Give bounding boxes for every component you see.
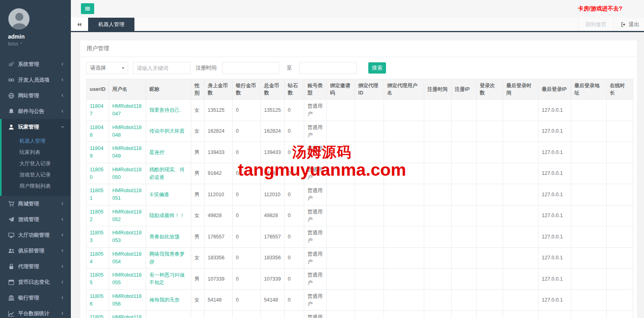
cell-agent-id [355,142,384,163]
sidebar-item-label: 平台数据统计 [18,310,50,317]
cell-register-time [424,100,452,121]
cell-carry-coins: 139433 [204,142,233,163]
sidebar-item-agent-management[interactable]: 代理管理 [2,259,71,274]
link-username[interactable]: HMRobot118047 [112,103,142,117]
link-username[interactable]: HMRobot118052 [112,209,142,222]
link-nickname[interactable]: 星座控 [149,150,165,155]
sidebar-section-system-management: 系统管理 [0,56,71,72]
chevron-left-icon [60,217,65,222]
cell-invite-code [327,289,355,311]
link-userid[interactable]: 118048 [90,125,103,138]
sidebar-item-currency-log-changes[interactable]: 货币日志变化 [2,274,71,290]
sidebar-item-mail-announcements[interactable]: 邮件与公告 [2,103,71,119]
cell-diamonds: 0 [285,142,304,163]
table-row: 118051HMRobot118051①笑倆過男11201001120100普通… [87,184,633,205]
back-to-home-link[interactable]: 回到首页 [578,18,614,31]
cell-nickname: 有一种恶习叫做不知足 [146,269,191,290]
col-header-last-login-address: 最后登录地址 [571,79,607,100]
cell-login-count [477,311,503,318]
link-userid[interactable]: 118057 [90,314,103,318]
sidebar-item-game-management[interactable]: 游戏管理 [2,211,71,227]
cell-invite-code [327,121,355,142]
sidebar-item-lobby-function-management[interactable]: 大厅功能管理 [2,227,71,243]
cell-userid: 118055 [87,269,109,290]
search-button[interactable]: 搜索 [368,62,386,74]
sidebar-item-platform-statistics[interactable]: 平台数据统计 [2,306,71,318]
cell-userid: 118049 [87,142,109,163]
cell-account-type: 普通用户 [304,311,327,318]
sidebar-item-label: 网站管理 [18,92,39,99]
cell-username: HMRobot118051 [109,184,146,205]
cell-gender: 男 [191,226,204,248]
link-username[interactable]: HMRobot118054 [112,251,142,265]
cell-last-login-ip: 127.0.0.1 [539,289,571,311]
sidebar-subitem-user-restriction-list[interactable]: 用户限制列表 [2,181,71,192]
filter-field-select[interactable]: 请选择 ▾ [86,62,128,74]
link-nickname[interactable]: 有一种恶习叫做不知足 [149,272,185,285]
link-username[interactable]: HMRobot118057 [112,314,142,318]
chart-icon [8,310,14,317]
link-username[interactable]: HMRobot118048 [112,125,142,138]
tab-robot-management[interactable]: 机器人管理 [88,18,134,31]
cell-register-ip [452,269,477,290]
cell-login-count [477,226,503,248]
sidebar-item-mall-management[interactable]: 商城管理 [2,196,71,211]
tab-collapse-button[interactable] [71,18,88,31]
link-userid[interactable]: 118055 [90,272,103,285]
link-userid[interactable]: 118047 [90,103,103,117]
cell-last-login-time [503,121,539,142]
cell-invite-code [327,184,355,205]
link-username[interactable]: HMRobot118051 [112,188,142,201]
link-username[interactable]: HMRobot118050 [112,167,142,180]
link-username[interactable]: HMRobot118055 [112,272,142,285]
link-userid[interactable]: 118050 [90,167,103,180]
sidebar-item-club-management[interactable]: 俱乐部管理 [2,243,71,259]
cell-agent-id [355,269,384,290]
link-nickname[interactable]: 青春如此放荡 [149,234,180,240]
logout-link[interactable]: 退出 [614,18,644,31]
link-userid[interactable]: 118053 [90,230,103,243]
cell-gender: 男 [191,163,204,184]
link-nickname[interactable]: 陆励成最帅！！ [149,213,185,218]
link-username[interactable]: HMRobot118056 [112,293,142,307]
cell-agent-id [355,184,384,205]
link-nickname[interactable]: 掩饰我的无奈 [149,297,180,303]
link-userid[interactable]: 118054 [90,251,103,265]
sidebar-item-developer-options[interactable]: 开发人员选项 [2,72,71,88]
link-nickname[interactable]: 我要善待自己. [149,107,181,113]
link-nickname[interactable]: 传说中的大坏蛋 [149,128,185,134]
sidebar-item-label: 开发人员选项 [18,76,50,84]
sidebar-item-system-management[interactable]: 系统管理 [2,56,71,72]
cell-login-count [477,142,503,163]
sidebar-item-label: 邮件与公告 [18,108,44,115]
keyword-input[interactable] [133,62,190,74]
date-from-input[interactable] [222,62,279,74]
paper-plane-icon [8,216,14,223]
col-header-last-login-time: 最后登录时间 [503,79,539,100]
link-userid[interactable]: 118052 [90,209,103,222]
sidebar-subitem-game-login-records[interactable]: 游戏登入记录 [2,169,71,181]
menu-toggle-button[interactable] [81,3,94,14]
sidebar-item-bank-management[interactable]: 银行管理 [2,290,71,306]
date-to-input[interactable] [299,62,357,74]
link-userid[interactable]: 118056 [90,293,103,307]
link-nickname[interactable]: 残酷的现实、何必追逐 [149,167,185,180]
link-userid[interactable]: 118051 [90,188,103,201]
profile-role-dropdown[interactable]: boss [8,41,24,47]
cell-bank-coins: 0 [233,226,261,248]
sidebar-item-player-management[interactable]: 玩家管理 [2,119,71,135]
col-header-username: 用户名 [109,79,146,100]
cell-username: HMRobot118048 [109,121,146,142]
link-nickname[interactable]: ①笑倆過 [149,192,169,197]
cell-gender: 女 [191,100,204,121]
sidebar-subitem-player-list[interactable]: 玩家列表 [2,147,71,158]
help-link[interactable]: 卡房/游戏进不去? [578,5,622,12]
link-username[interactable]: HMRobot118053 [112,230,142,243]
cell-last-login-time [503,205,539,226]
link-nickname[interactable]: 网络毁我青春梦@ [149,251,185,265]
sidebar-subitem-robot-management[interactable]: 机器人管理 [2,135,71,147]
sidebar-subitem-lobby-login-records[interactable]: 大厅登入记录 [2,158,71,169]
link-userid[interactable]: 118049 [90,146,103,159]
sidebar-item-site-management[interactable]: 网站管理 [2,88,71,103]
link-username[interactable]: HMRobot118049 [112,146,142,159]
